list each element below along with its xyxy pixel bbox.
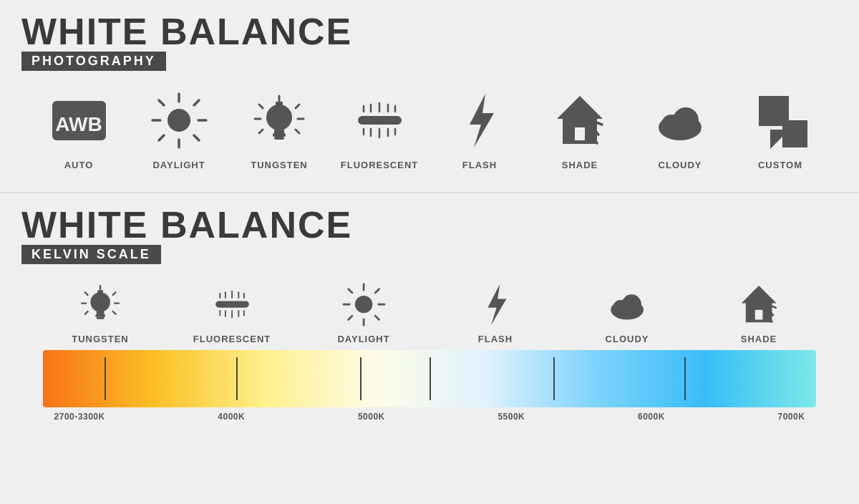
tick-label-2700: 2700-3300K — [54, 412, 105, 422]
svg-line-7 — [194, 135, 199, 140]
kelvin-tungsten-label: TUNGSTEN — [72, 334, 129, 344]
auto-label: AUTO — [64, 160, 94, 170]
svg-line-17 — [259, 105, 263, 108]
svg-point-42 — [673, 107, 699, 133]
kelvin-fluorescent-label: FLUORESCENT — [193, 334, 271, 344]
icon-item-cloudy: CLOUDY — [637, 88, 723, 170]
svg-rect-36 — [575, 127, 585, 140]
cloudy-label: CLOUDY — [659, 160, 702, 170]
kelvin-title-main: WHITE BALANCE — [21, 206, 838, 243]
svg-line-9 — [159, 135, 164, 140]
fluorescent-icon — [347, 88, 412, 152]
fluorescent-label: FLUORESCENT — [341, 160, 419, 170]
kelvin-gradient-bar-wrap — [43, 350, 816, 407]
kelvin-icon-tungsten: TUNGSTEN — [50, 281, 150, 344]
svg-point-10 — [168, 109, 190, 132]
icon-item-flash: FLASH — [437, 88, 523, 170]
svg-text:AWB: AWB — [55, 113, 102, 135]
svg-line-85 — [771, 306, 775, 307]
flash-label: FLASH — [462, 160, 497, 170]
kelvin-icon-daylight: DAYLIGHT — [314, 281, 414, 344]
photo-title-block: WHITE BALANCE PHOTOGRAPHY — [21, 13, 838, 71]
svg-marker-78 — [487, 284, 506, 325]
svg-rect-49 — [96, 317, 104, 319]
kelvin-cloudy-label: CLOUDY — [606, 334, 649, 344]
kelvin-title-sub: KELVIN SCALE — [21, 245, 161, 264]
svg-point-11 — [266, 105, 292, 130]
svg-line-57 — [112, 311, 115, 314]
kelvin-icon-cloudy: CLOUDY — [577, 281, 677, 344]
svg-rect-23 — [358, 116, 402, 125]
svg-line-75 — [375, 289, 379, 293]
shade-icon — [548, 88, 612, 152]
photo-title-main: WHITE BALANCE — [21, 13, 838, 50]
svg-rect-58 — [215, 301, 249, 308]
tungsten-label: TUNGSTEN — [251, 160, 308, 170]
cloudy-icon — [648, 88, 712, 152]
flash-icon — [447, 88, 512, 152]
shade-label: SHADE — [562, 160, 598, 170]
svg-line-74 — [375, 316, 379, 319]
svg-line-22 — [296, 130, 299, 133]
svg-line-53 — [112, 292, 115, 295]
photo-icon-grid: AWB AUTO — [21, 88, 838, 170]
kelvin-icon-shade: SHADE — [709, 281, 809, 344]
kelvin-section: WHITE BALANCE KELVIN SCALE — [0, 193, 859, 443]
svg-line-38 — [596, 122, 602, 125]
tick-label-4000: 4000K — [218, 412, 245, 422]
tick-label-5000: 5000K — [358, 412, 385, 422]
daylight-icon — [147, 88, 211, 152]
svg-marker-44 — [782, 120, 807, 147]
daylight-label: DAYLIGHT — [152, 160, 205, 170]
kelvin-icon-grid: TUNGSTEN FLUORESCENT — [21, 281, 838, 344]
svg-line-73 — [348, 289, 351, 293]
svg-rect-15 — [276, 102, 283, 107]
kelvin-gradient-bar — [43, 350, 816, 407]
icon-item-daylight: DAYLIGHT — [136, 88, 222, 170]
svg-rect-14 — [274, 137, 284, 140]
kelvin-shade-label: SHADE — [741, 334, 777, 344]
icon-item-auto: AWB AUTO — [36, 88, 122, 170]
svg-rect-47 — [96, 311, 104, 314]
photo-section: WHITE BALANCE PHOTOGRAPHY AWB AUTO — [0, 0, 859, 193]
tick-label-6000: 6000K — [638, 412, 665, 422]
svg-line-21 — [259, 130, 263, 133]
auto-icon: AWB — [47, 88, 111, 152]
svg-point-46 — [90, 292, 110, 312]
custom-label: CUSTOM — [758, 160, 802, 170]
svg-rect-13 — [273, 133, 286, 137]
custom-icon — [748, 88, 812, 152]
icon-item-fluorescent: FLUORESCENT — [336, 88, 422, 170]
svg-line-8 — [194, 100, 199, 105]
tick-label-5500: 5500K — [498, 412, 525, 422]
photo-title-sub: PHOTOGRAPHY — [21, 52, 166, 71]
icon-item-custom: CUSTOM — [737, 88, 823, 170]
icon-item-tungsten: TUNGSTEN — [236, 88, 322, 170]
kelvin-tick-labels: 2700-3300K 4000K 5000K 5500K 6000K 7000K — [21, 412, 838, 422]
svg-marker-34 — [470, 94, 494, 147]
svg-line-52 — [84, 292, 87, 295]
kelvin-flash-label: FLASH — [478, 334, 513, 344]
svg-line-6 — [159, 100, 164, 105]
tungsten-icon — [247, 88, 311, 152]
svg-line-76 — [348, 316, 351, 319]
kelvin-icon-fluorescent: FLUORESCENT — [182, 281, 282, 344]
kelvin-daylight-label: DAYLIGHT — [337, 334, 389, 344]
kelvin-title-block: WHITE BALANCE KELVIN SCALE — [21, 206, 838, 264]
svg-point-77 — [354, 296, 372, 313]
icon-item-shade: SHADE — [537, 88, 623, 170]
tick-label-7000: 7000K — [778, 412, 805, 422]
svg-line-56 — [84, 311, 87, 314]
svg-rect-48 — [95, 314, 105, 317]
svg-point-81 — [621, 294, 641, 314]
svg-rect-50 — [97, 290, 103, 294]
svg-line-18 — [296, 105, 299, 108]
svg-rect-12 — [274, 129, 284, 133]
svg-rect-83 — [754, 310, 762, 320]
kelvin-icon-flash: FLASH — [445, 281, 545, 344]
